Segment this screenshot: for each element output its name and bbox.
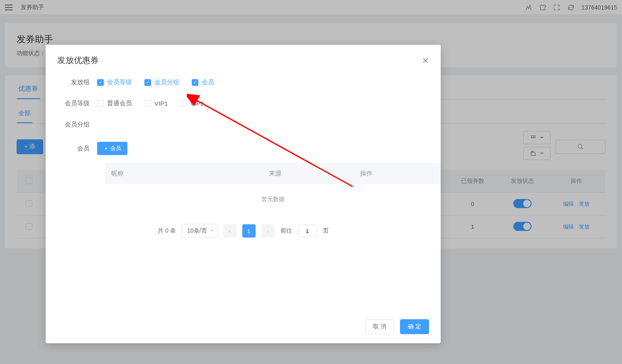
goto-page-input[interactable] — [298, 225, 317, 237]
total-count: 共 0 条 — [158, 227, 176, 235]
label-group: 发放组 — [57, 78, 97, 86]
issue-coupon-modal: 发放优惠券 ✕ 发放组 ✓ 会员等级 ✓ 会员分组 ✓ 会员 会员 — [46, 45, 441, 343]
member-table: 昵称 来源 操作 暂无数据 — [105, 163, 441, 215]
col-operation: 操作 — [354, 170, 441, 177]
goto-prefix: 前往 — [281, 227, 292, 235]
col-nickname: 昵称 — [105, 170, 262, 177]
pagination: 共 0 条 10条/页 ‹ 1 › 前往 页 — [57, 224, 429, 238]
empty-text: 暂无数据 — [105, 184, 441, 215]
close-icon[interactable]: ✕ — [422, 56, 429, 66]
checkbox-member-group[interactable]: ✓ 会员分组 — [144, 78, 179, 86]
checkbox-member-level[interactable]: ✓ 会员等级 — [97, 78, 132, 86]
add-member-button[interactable]: ＋ 会员 — [97, 142, 127, 155]
label-member: 会员 — [57, 145, 97, 153]
modal-title: 发放优惠券 — [57, 55, 99, 66]
checkbox-vip2[interactable]: ✓ VIP2 — [181, 100, 204, 107]
cancel-button[interactable]: 取 消 — [365, 319, 394, 334]
checkbox-vip1[interactable]: ✓ VIP1 — [144, 100, 168, 107]
checkbox-normal-member[interactable]: ✓ 普通会员 — [97, 99, 132, 107]
label-member-group: 会员分组 — [57, 121, 97, 129]
page-1-button[interactable]: 1 — [242, 224, 256, 238]
label-level: 会员等级 — [57, 99, 97, 107]
goto-suffix: 页 — [323, 227, 329, 235]
col-source: 来源 — [262, 170, 354, 177]
checkbox-member[interactable]: ✓ 会员 — [192, 78, 214, 86]
confirm-button[interactable]: 确 定 — [400, 319, 429, 334]
prev-page-button[interactable]: ‹ — [223, 224, 237, 238]
next-page-button[interactable]: › — [261, 224, 275, 238]
page-size-select[interactable]: 10条/页 — [182, 224, 217, 238]
